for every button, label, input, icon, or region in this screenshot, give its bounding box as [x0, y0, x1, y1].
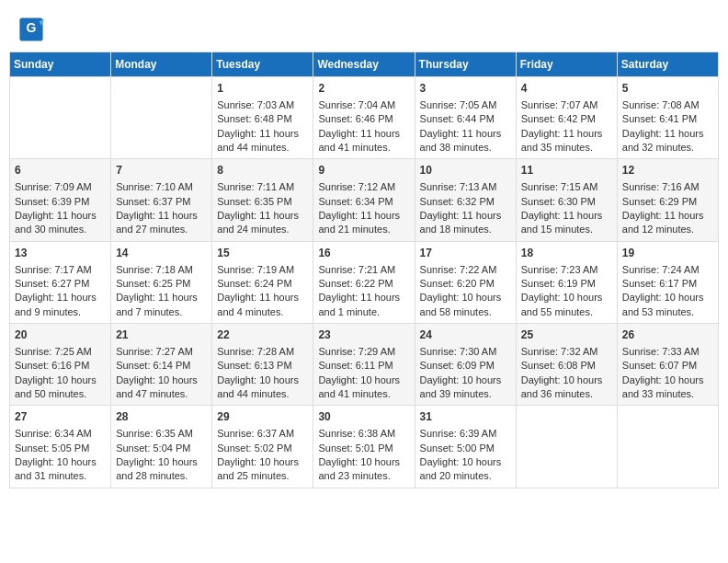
day-number: 9: [318, 163, 409, 178]
day-info: Sunrise: 6:34 AM Sunset: 5:05 PM Dayligh…: [15, 427, 106, 484]
calendar-day-cell: 1Sunrise: 7:03 AM Sunset: 6:48 PM Daylig…: [212, 77, 313, 159]
calendar-day-cell: 11Sunrise: 7:15 AM Sunset: 6:30 PM Dayli…: [516, 159, 617, 241]
day-info: Sunrise: 7:30 AM Sunset: 6:09 PM Dayligh…: [420, 345, 511, 402]
day-info: Sunrise: 6:35 AM Sunset: 5:04 PM Dayligh…: [116, 427, 207, 484]
day-info: Sunrise: 7:28 AM Sunset: 6:13 PM Dayligh…: [217, 345, 308, 402]
day-of-week-header: Tuesday: [212, 52, 313, 77]
day-info: Sunrise: 7:29 AM Sunset: 6:11 PM Dayligh…: [318, 345, 409, 402]
calendar-week-row: 6Sunrise: 7:09 AM Sunset: 6:39 PM Daylig…: [10, 159, 719, 241]
day-info: Sunrise: 7:23 AM Sunset: 6:19 PM Dayligh…: [521, 263, 612, 320]
calendar-day-cell: 20Sunrise: 7:25 AM Sunset: 6:16 PM Dayli…: [10, 324, 111, 406]
calendar-day-cell: 9Sunrise: 7:12 AM Sunset: 6:34 PM Daylig…: [313, 159, 415, 241]
day-number: 11: [521, 163, 612, 178]
day-number: 27: [15, 409, 106, 425]
day-info: Sunrise: 7:16 AM Sunset: 6:29 PM Dayligh…: [622, 180, 713, 237]
calendar-day-cell: 2Sunrise: 7:04 AM Sunset: 6:46 PM Daylig…: [313, 77, 415, 159]
calendar-table: SundayMondayTuesdayWednesdayThursdayFrid…: [9, 52, 719, 488]
day-number: 23: [318, 327, 409, 343]
calendar-day-cell: 3Sunrise: 7:05 AM Sunset: 6:44 PM Daylig…: [415, 77, 516, 159]
day-number: 15: [217, 246, 308, 261]
day-number: 4: [521, 81, 612, 97]
day-number: 7: [116, 163, 207, 178]
calendar-day-cell: 22Sunrise: 7:28 AM Sunset: 6:13 PM Dayli…: [212, 324, 313, 406]
day-info: Sunrise: 6:37 AM Sunset: 5:02 PM Dayligh…: [217, 427, 308, 484]
day-number: 19: [622, 246, 713, 261]
day-number: 3: [420, 81, 511, 97]
day-info: Sunrise: 6:39 AM Sunset: 5:00 PM Dayligh…: [420, 427, 511, 484]
calendar-week-row: 1Sunrise: 7:03 AM Sunset: 6:48 PM Daylig…: [10, 77, 719, 159]
day-info: Sunrise: 7:13 AM Sunset: 6:32 PM Dayligh…: [420, 180, 511, 237]
day-of-week-header: Saturday: [617, 52, 718, 77]
day-info: Sunrise: 7:08 AM Sunset: 6:41 PM Dayligh…: [622, 98, 713, 155]
day-of-week-header: Friday: [516, 52, 617, 77]
day-info: Sunrise: 7:19 AM Sunset: 6:24 PM Dayligh…: [217, 263, 308, 320]
day-of-week-header: Monday: [111, 52, 212, 77]
calendar-week-row: 20Sunrise: 7:25 AM Sunset: 6:16 PM Dayli…: [10, 324, 719, 406]
calendar-day-cell: 6Sunrise: 7:09 AM Sunset: 6:39 PM Daylig…: [10, 159, 111, 241]
calendar-day-cell: 5Sunrise: 7:08 AM Sunset: 6:41 PM Daylig…: [617, 77, 718, 159]
day-info: Sunrise: 7:17 AM Sunset: 6:27 PM Dayligh…: [15, 263, 106, 320]
day-number: 2: [318, 81, 409, 97]
day-number: 30: [318, 409, 409, 425]
day-number: 10: [420, 163, 511, 178]
page-header: G: [9, 9, 719, 46]
day-number: 26: [622, 327, 713, 343]
day-info: Sunrise: 7:11 AM Sunset: 6:35 PM Dayligh…: [217, 180, 308, 237]
calendar-day-cell: [617, 406, 718, 488]
day-info: Sunrise: 7:07 AM Sunset: 6:42 PM Dayligh…: [521, 98, 612, 155]
calendar-day-cell: 10Sunrise: 7:13 AM Sunset: 6:32 PM Dayli…: [415, 159, 516, 241]
svg-text:G: G: [27, 20, 37, 35]
calendar-day-cell: 30Sunrise: 6:38 AM Sunset: 5:01 PM Dayli…: [313, 406, 415, 488]
day-info: Sunrise: 7:21 AM Sunset: 6:22 PM Dayligh…: [318, 263, 409, 320]
day-info: Sunrise: 7:27 AM Sunset: 6:14 PM Dayligh…: [116, 345, 207, 402]
calendar-day-cell: 26Sunrise: 7:33 AM Sunset: 6:07 PM Dayli…: [617, 324, 718, 406]
day-info: Sunrise: 7:03 AM Sunset: 6:48 PM Dayligh…: [217, 98, 308, 155]
calendar-day-cell: 8Sunrise: 7:11 AM Sunset: 6:35 PM Daylig…: [212, 159, 313, 241]
day-number: 20: [15, 327, 106, 343]
day-number: 18: [521, 246, 612, 261]
day-of-week-header: Thursday: [415, 52, 516, 77]
day-info: Sunrise: 7:32 AM Sunset: 6:08 PM Dayligh…: [521, 345, 612, 402]
calendar-day-cell: [516, 406, 617, 488]
day-number: 17: [420, 246, 511, 261]
day-number: 28: [116, 409, 207, 425]
calendar-week-row: 27Sunrise: 6:34 AM Sunset: 5:05 PM Dayli…: [10, 406, 719, 488]
day-number: 6: [15, 163, 106, 178]
logo-icon: G: [18, 17, 44, 42]
day-info: Sunrise: 7:12 AM Sunset: 6:34 PM Dayligh…: [318, 180, 409, 237]
day-number: 1: [217, 81, 308, 97]
day-number: 12: [622, 163, 713, 178]
day-info: Sunrise: 7:25 AM Sunset: 6:16 PM Dayligh…: [15, 345, 106, 402]
calendar-day-cell: 17Sunrise: 7:22 AM Sunset: 6:20 PM Dayli…: [415, 241, 516, 323]
calendar-week-row: 13Sunrise: 7:17 AM Sunset: 6:27 PM Dayli…: [10, 241, 719, 323]
calendar-day-cell: [111, 77, 212, 159]
calendar-day-cell: [10, 77, 111, 159]
calendar-day-cell: 29Sunrise: 6:37 AM Sunset: 5:02 PM Dayli…: [212, 406, 313, 488]
day-number: 14: [116, 246, 207, 261]
day-info: Sunrise: 7:15 AM Sunset: 6:30 PM Dayligh…: [521, 180, 612, 237]
day-info: Sunrise: 7:04 AM Sunset: 6:46 PM Dayligh…: [318, 98, 409, 155]
day-number: 22: [217, 327, 308, 343]
day-number: 21: [116, 327, 207, 343]
calendar-day-cell: 18Sunrise: 7:23 AM Sunset: 6:19 PM Dayli…: [516, 241, 617, 323]
calendar-day-cell: 21Sunrise: 7:27 AM Sunset: 6:14 PM Dayli…: [111, 324, 212, 406]
calendar-day-cell: 25Sunrise: 7:32 AM Sunset: 6:08 PM Dayli…: [516, 324, 617, 406]
calendar-day-cell: 27Sunrise: 6:34 AM Sunset: 5:05 PM Dayli…: [10, 406, 111, 488]
calendar-day-cell: 13Sunrise: 7:17 AM Sunset: 6:27 PM Dayli…: [10, 241, 111, 323]
logo: G: [18, 17, 46, 42]
calendar-day-cell: 23Sunrise: 7:29 AM Sunset: 6:11 PM Dayli…: [313, 324, 415, 406]
day-number: 31: [420, 409, 511, 425]
day-info: Sunrise: 7:10 AM Sunset: 6:37 PM Dayligh…: [116, 180, 207, 237]
calendar-day-cell: 31Sunrise: 6:39 AM Sunset: 5:00 PM Dayli…: [415, 406, 516, 488]
calendar-day-cell: 15Sunrise: 7:19 AM Sunset: 6:24 PM Dayli…: [212, 241, 313, 323]
day-info: Sunrise: 7:33 AM Sunset: 6:07 PM Dayligh…: [622, 345, 713, 402]
calendar-day-cell: 28Sunrise: 6:35 AM Sunset: 5:04 PM Dayli…: [111, 406, 212, 488]
day-number: 5: [622, 81, 713, 97]
day-number: 13: [15, 246, 106, 261]
day-number: 25: [521, 327, 612, 343]
calendar-day-cell: 12Sunrise: 7:16 AM Sunset: 6:29 PM Dayli…: [617, 159, 718, 241]
calendar-day-cell: 4Sunrise: 7:07 AM Sunset: 6:42 PM Daylig…: [516, 77, 617, 159]
day-number: 29: [217, 409, 308, 425]
day-number: 24: [420, 327, 511, 343]
day-of-week-header: Wednesday: [313, 52, 415, 77]
